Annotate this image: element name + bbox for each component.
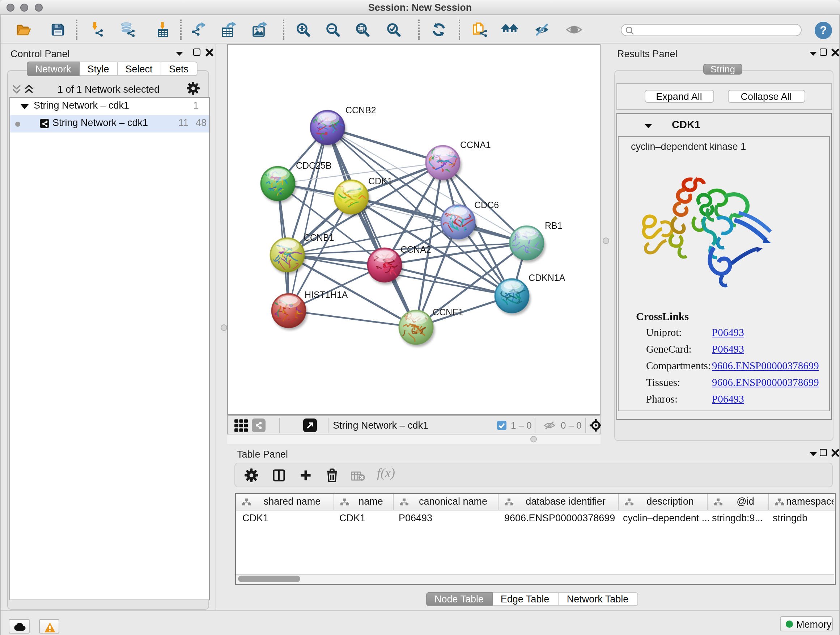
svg-text:RB1: RB1: [545, 220, 562, 231]
svg-text:CDC25B: CDC25B: [296, 160, 332, 171]
svg-text:CCNB2: CCNB2: [346, 105, 376, 115]
svg-text:CCNA1: CCNA1: [460, 140, 491, 150]
svg-text:CDK1: CDK1: [368, 176, 393, 186]
svg-text:CDKN1A: CDKN1A: [529, 272, 565, 283]
svg-text:CCNE1: CCNE1: [433, 307, 463, 317]
svg-text:CCNA2: CCNA2: [401, 244, 431, 255]
svg-text:CCNB1: CCNB1: [303, 233, 334, 242]
svg-text:CDC6: CDC6: [474, 200, 499, 210]
svg-text:HIST1H1A: HIST1H1A: [305, 290, 348, 300]
